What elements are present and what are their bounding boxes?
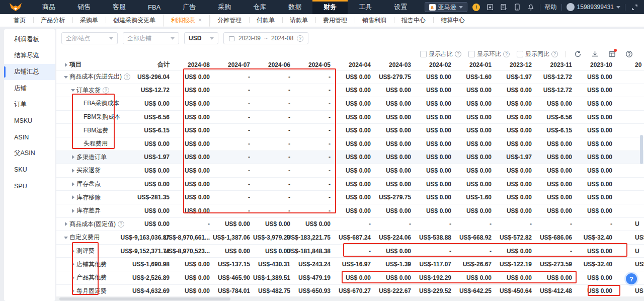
topbar-menu-item[interactable]: 客服 (102, 0, 137, 14)
subnav-tab[interactable]: 报告中心 (394, 14, 433, 27)
checkbox-icon[interactable] (517, 51, 523, 57)
display-toggle-checkbox[interactable]: 显示同比? (517, 50, 558, 58)
display-toggle-checkbox[interactable]: 显示环比? (468, 50, 510, 58)
expand-row-icon[interactable] (69, 261, 76, 268)
topbar-menu-item-active[interactable]: 财务 (312, 0, 348, 14)
help-fab-button[interactable]: ? (624, 272, 638, 286)
display-toggle-checkbox[interactable]: 显示占比? (420, 50, 461, 58)
subnav-tab[interactable]: 产品分析 (33, 14, 72, 27)
date-range-picker[interactable]: 2023-09 ~ 2024-08 ? (223, 32, 308, 44)
help-link[interactable]: 帮助 (545, 3, 557, 12)
sidebar-item-entry[interactable]: 父ASIN (4, 145, 55, 162)
subnav-tab[interactable]: 费用管理 (315, 14, 355, 27)
checkbox-icon[interactable] (420, 51, 427, 57)
mobile-app-icon[interactable] (513, 3, 522, 12)
table-row[interactable]: FBM采购成本US$-6.56US$ 0.00---US$ 0.00US$ 0.… (56, 111, 644, 124)
expand-row-icon[interactable] (69, 194, 76, 201)
collapse-all-icon[interactable] (62, 61, 69, 68)
column-header[interactable]: 2024-07 (216, 61, 256, 68)
topbar-menu-item[interactable]: 商品 (31, 0, 66, 14)
subnav-tab[interactable]: 销售利润 (355, 14, 394, 27)
subnav-tab[interactable]: 请款单 (282, 14, 315, 27)
column-header[interactable]: 2024-06 (256, 61, 296, 68)
table-row[interactable]: 自定义费用US$-9,163,036.87US$-8,970,661...US$… (56, 231, 644, 245)
column-header[interactable]: 2023-12 (498, 61, 538, 68)
topbar-menu-item[interactable]: 仓库 (242, 0, 277, 14)
table-row[interactable]: 产品其他费US$-2,526.89US$ 0.00US$-465.90US$-1… (56, 271, 644, 285)
table-row[interactable]: 测评费US$-9,152,371.74US$-8,970,523...US$ 0… (56, 245, 644, 258)
date-help-icon[interactable]: ? (297, 35, 303, 42)
expand-row-icon[interactable] (69, 287, 76, 294)
topbar-menu-item[interactable]: 销售 (66, 0, 102, 14)
column-header[interactable]: 2024-08 (176, 61, 216, 68)
customer-service-icon[interactable]: i (472, 3, 481, 12)
horizontal-scrollbar-track[interactable] (56, 296, 644, 301)
expand-row-icon[interactable] (69, 274, 76, 281)
subnav-tab[interactable]: 首页 (6, 14, 33, 27)
shop-select[interactable]: 全部店铺 (123, 32, 179, 44)
site-select[interactable]: 全部站点 (61, 32, 118, 44)
info-icon[interactable]: ? (551, 51, 558, 57)
sidebar-item-entry[interactable]: 订单 (4, 97, 55, 113)
collapse-row-icon[interactable] (62, 234, 69, 241)
subnav-tab[interactable]: 分摊管理 (210, 14, 249, 27)
notifications-bell-icon[interactable] (526, 3, 535, 12)
info-icon[interactable]: ? (103, 87, 109, 94)
table-row[interactable]: 库存盘点US$ 0.00US$ 0.00---US$ 0.00US$ 0.00U… (56, 178, 644, 191)
table-row[interactable]: FBA采购成本US$ 0.00US$ 0.00---US$ 0.00US$ 0.… (56, 97, 644, 111)
expand-row-icon[interactable] (69, 167, 76, 174)
column-header[interactable]: 2023-11 (538, 61, 578, 68)
topbar-menu-item[interactable]: 数据 (277, 0, 312, 14)
topbar-menu-item[interactable]: 采购 (207, 0, 242, 14)
info-icon[interactable]: ? (503, 51, 510, 57)
table-row[interactable]: 商品成本(固定值)?US$ 0.00-US$ 0.00US$ 0.00US$ 0… (56, 218, 644, 232)
store-switcher-button[interactable]: a 亚马逊 (425, 2, 467, 12)
table-row[interactable]: 库存移除US$-281.35US$ 0.00---US$ 0.00US$-279… (56, 191, 644, 204)
topbar-menu-item[interactable]: 广告 (172, 0, 207, 14)
sidebar-item-entry[interactable]: SKU (4, 162, 55, 178)
table-row[interactable]: 多渠道订单US$-1.97US$ 0.00---US$ 0.00US$ 0.00… (56, 151, 644, 165)
table-row[interactable]: 买家退货US$ 0.00US$ 0.00---US$ 0.00US$ 0.00U… (56, 164, 644, 178)
sidebar-item-entry[interactable]: ASIN (4, 129, 55, 145)
help-icon[interactable] (624, 49, 634, 59)
subnav-tab[interactable]: 结算中心 (433, 14, 472, 27)
column-settings-icon[interactable] (607, 49, 617, 59)
topbar-menu-item[interactable]: 设置 (383, 0, 418, 14)
column-header[interactable]: 2024-04 (337, 61, 377, 68)
info-icon[interactable]: ? (455, 51, 461, 57)
table-row[interactable]: 头程费用US$ 0.00US$ 0.00---US$ 0.00US$ 0.00U… (56, 137, 644, 151)
sidebar-item-active[interactable]: 店铺汇总 (4, 64, 55, 80)
expand-row-icon[interactable] (69, 154, 76, 161)
column-header[interactable]: 2024-02 (417, 61, 457, 68)
download-icon[interactable] (590, 49, 600, 59)
sidebar-item-entry[interactable]: 利润看板 (4, 31, 55, 47)
account-menu[interactable]: 15989399431 (567, 3, 620, 11)
column-header[interactable]: 2024-01 (457, 61, 498, 68)
expand-row-icon[interactable] (62, 220, 69, 228)
document-add-icon[interactable] (499, 3, 508, 12)
currency-select[interactable]: USD (184, 32, 218, 44)
app-logo-icon[interactable] (0, 0, 31, 14)
expand-row-icon[interactable] (69, 248, 76, 255)
download-center-icon[interactable] (486, 3, 495, 12)
column-header[interactable]: 2023-10 (578, 61, 618, 68)
sidebar-item-entry[interactable]: MSKU (4, 113, 55, 129)
column-header[interactable]: 2024-03 (377, 61, 417, 68)
subnav-tab[interactable]: 采购单 (72, 14, 106, 27)
sidebar-item-entry[interactable]: SPU (4, 178, 55, 194)
column-header[interactable]: 2024-05 (296, 61, 337, 68)
refresh-icon[interactable] (573, 49, 583, 59)
sidebar-item-entry[interactable]: 结算尽览 (4, 47, 55, 63)
subnav-tab[interactable]: 付款单 (249, 14, 282, 27)
table-row[interactable]: 店铺其他费US$-1,690.98US$ 0.00US$-137.15US$-4… (56, 258, 644, 271)
topbar-menu-item[interactable]: FBA (137, 0, 172, 14)
table-row[interactable]: FBM运费US$-6.15US$ 0.00---US$ 0.00US$ 0.00… (56, 124, 644, 137)
table-row[interactable]: 订单发货?US$-12.72US$ 0.00---US$ 0.00US$ 0.0… (56, 84, 644, 98)
table-row[interactable]: 库存差异US$ 0.00US$ 0.00---US$ 0.00US$ 0.00U… (56, 204, 644, 218)
table-row[interactable]: 商品成本(先进先出)?US$-296.04US$ 0.00---US$ 0.00… (56, 70, 644, 84)
expand-row-icon[interactable] (69, 181, 76, 188)
checkbox-icon[interactable] (468, 51, 475, 57)
sidebar-item-entry[interactable]: 店铺 (4, 80, 55, 96)
collapse-row-icon[interactable] (62, 73, 69, 81)
vertical-scrollbar[interactable] (640, 135, 643, 164)
